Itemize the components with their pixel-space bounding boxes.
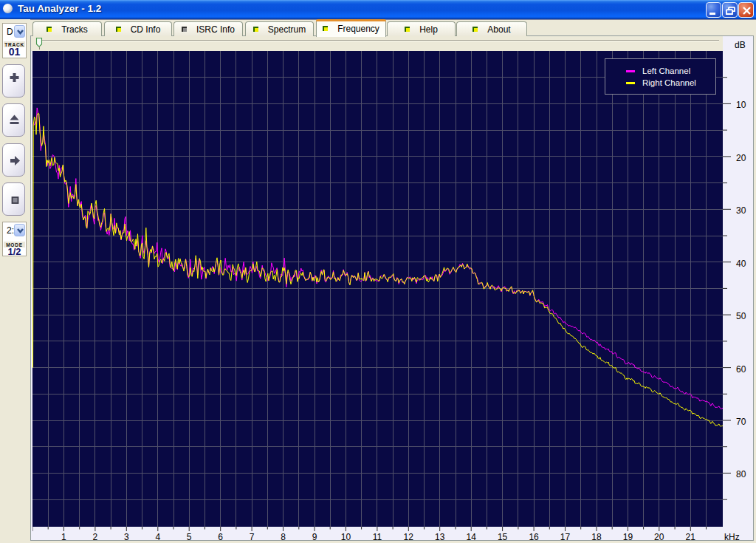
svg-text:7: 7 [250,532,255,541]
svg-text:15: 15 [498,532,508,541]
svg-text:kHz: kHz [724,532,740,541]
svg-text:20: 20 [736,153,746,163]
svg-text:16: 16 [529,532,539,541]
svg-text:40: 40 [736,259,746,269]
svg-text:21: 21 [686,532,696,541]
svg-text:9: 9 [312,532,317,541]
svg-text:4: 4 [155,532,160,541]
svg-text:18: 18 [591,532,602,541]
svg-text:Right Channel: Right Channel [642,78,696,87]
svg-text:80: 80 [736,469,746,479]
svg-text:11: 11 [373,532,382,541]
svg-text:70: 70 [736,417,746,427]
svg-text:5: 5 [187,532,192,541]
svg-text:30: 30 [736,205,746,216]
svg-text:6: 6 [218,532,223,541]
svg-text:10: 10 [736,100,746,110]
svg-text:17: 17 [560,532,571,541]
svg-text:8: 8 [281,532,286,541]
svg-text:2: 2 [93,532,98,541]
svg-text:1: 1 [61,532,66,541]
svg-text:50: 50 [736,311,746,321]
svg-text:3: 3 [124,532,129,541]
svg-text:13: 13 [435,532,445,541]
svg-text:10: 10 [341,532,351,541]
svg-text:Left Channel: Left Channel [642,66,690,75]
svg-text:14: 14 [467,532,477,541]
svg-text:20: 20 [654,532,664,541]
svg-text:60: 60 [736,364,746,375]
svg-text:19: 19 [623,532,633,541]
svg-text:12: 12 [404,532,414,541]
